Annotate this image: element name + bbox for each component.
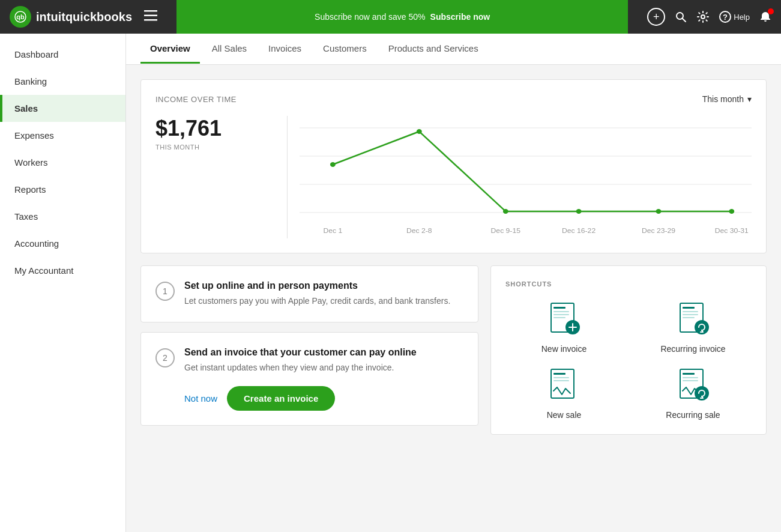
svg-rect-41 xyxy=(683,314,698,315)
hamburger-menu[interactable] xyxy=(144,10,157,24)
search-button[interactable] xyxy=(675,11,687,23)
step-1-content: Set up online and in person payments Let… xyxy=(184,280,463,307)
notifications-button[interactable] xyxy=(759,11,771,23)
svg-point-19 xyxy=(417,129,422,134)
svg-point-18 xyxy=(330,162,336,167)
svg-rect-33 xyxy=(553,314,569,315)
svg-rect-31 xyxy=(553,307,565,309)
main-content: Overview All Sales Invoices Customers Pr… xyxy=(126,34,781,532)
step-2-actions: Not now Create an invoice xyxy=(184,386,463,411)
svg-point-22 xyxy=(656,209,662,214)
income-chart-card: INCOME OVER TIME This month ▾ $1,761 THI… xyxy=(140,79,767,253)
sidebar-item-label: Taxes xyxy=(14,211,38,222)
content-area: INCOME OVER TIME This month ▾ $1,761 THI… xyxy=(126,65,781,449)
sidebar-item-sales[interactable]: Sales xyxy=(0,95,125,122)
subscribe-now-link[interactable]: Subscribe now xyxy=(430,12,490,22)
add-button[interactable]: + xyxy=(647,8,665,26)
subscribe-text: Subscribe now and save 50% xyxy=(315,12,425,22)
shortcut-new-sale[interactable]: New sale xyxy=(505,366,623,420)
notification-badge xyxy=(768,8,774,14)
step-1-number: 1 xyxy=(155,282,175,301)
svg-rect-49 xyxy=(683,373,695,375)
svg-text:Dec 30-31: Dec 30-31 xyxy=(715,227,749,234)
chart-title: INCOME OVER TIME xyxy=(155,95,237,104)
sidebar-item-label: Expenses xyxy=(14,130,54,141)
step-1-desc: Let customers pay you with Apple Pay, cr… xyxy=(184,295,463,307)
shortcut-new-invoice[interactable]: New invoice xyxy=(505,300,623,354)
svg-text:Dec 2-8: Dec 2-8 xyxy=(406,227,432,234)
chart-body: $1,761 THIS MONTH $1,200 $800 xyxy=(155,116,752,238)
shortcuts-title: SHORTCUTS xyxy=(505,280,752,288)
shortcut-recurring-invoice[interactable]: Recurring invoice xyxy=(635,300,752,354)
chart-amount: $1,761 xyxy=(155,116,275,141)
shortcut-recurring-sale[interactable]: Recurring sale xyxy=(635,366,752,420)
help-label: Help xyxy=(734,13,750,22)
chart-filter-dropdown[interactable]: This month ▾ xyxy=(702,94,752,104)
nav-icons: + ? Help xyxy=(647,8,771,26)
not-now-button[interactable]: Not now xyxy=(184,393,217,404)
logo-area: qb intuitquickbooks xyxy=(10,6,132,28)
svg-rect-39 xyxy=(683,307,695,309)
top-navigation: qb intuitquickbooks Subscribe now and sa… xyxy=(0,0,781,34)
shortcut-new-invoice-label: New invoice xyxy=(541,344,587,354)
sidebar-item-reports[interactable]: Reports xyxy=(0,176,125,203)
svg-text:Dec 9-15: Dec 9-15 xyxy=(491,227,520,234)
step-1-card: 1 Set up online and in person payments L… xyxy=(140,265,478,322)
income-line-chart: $1,200 $800 $400 $0 xyxy=(300,116,752,236)
subscribe-banner: Subscribe now and save 50% Subscribe now xyxy=(176,0,628,34)
svg-text:Dec 1: Dec 1 xyxy=(323,227,342,234)
svg-rect-34 xyxy=(553,317,565,318)
bottom-section: 1 Set up online and in person payments L… xyxy=(140,265,767,435)
svg-text:Dec 23-29: Dec 23-29 xyxy=(642,227,675,234)
shortcut-recurring-invoice-label: Recurring invoice xyxy=(660,344,725,354)
sidebar-item-my-accountant[interactable]: My Accountant xyxy=(0,257,125,284)
sidebar-item-label: Banking xyxy=(14,76,47,86)
svg-text:Dec 16-22: Dec 16-22 xyxy=(562,227,596,234)
sidebar-item-label: Workers xyxy=(14,157,48,168)
chart-header: INCOME OVER TIME This month ▾ xyxy=(155,94,752,104)
svg-point-20 xyxy=(503,209,508,214)
svg-rect-51 xyxy=(683,380,698,381)
sidebar-item-banking[interactable]: Banking xyxy=(0,68,125,95)
sidebar-item-label: Sales xyxy=(14,103,38,113)
svg-rect-32 xyxy=(553,311,569,312)
create-invoice-button[interactable]: Create an invoice xyxy=(227,386,335,411)
sidebar-item-workers[interactable]: Workers xyxy=(0,149,125,176)
sidebar-item-expenses[interactable]: Expenses xyxy=(0,122,125,149)
help-button[interactable]: ? Help xyxy=(719,11,750,23)
chart-filter-label: This month xyxy=(702,94,744,104)
sidebar-item-label: Reports xyxy=(14,184,46,195)
svg-point-23 xyxy=(729,209,734,214)
settings-button[interactable] xyxy=(696,10,710,23)
svg-rect-4 xyxy=(144,19,157,21)
svg-rect-45 xyxy=(553,373,565,375)
tab-invoices[interactable]: Invoices xyxy=(259,35,311,64)
sidebar-item-taxes[interactable]: Taxes xyxy=(0,203,125,230)
svg-rect-42 xyxy=(683,317,695,318)
chart-graph: $1,200 $800 $400 $0 xyxy=(288,116,752,238)
svg-line-6 xyxy=(683,19,686,22)
steps-column: 1 Set up online and in person payments L… xyxy=(140,265,478,426)
chart-summary: $1,761 THIS MONTH xyxy=(155,116,288,238)
new-invoice-icon xyxy=(545,300,583,338)
step-2-desc: Get instant updates when they view and p… xyxy=(184,361,463,374)
shortcut-new-sale-label: New sale xyxy=(547,410,582,420)
svg-text:qb: qb xyxy=(16,13,25,20)
tab-products-services[interactable]: Products and Services xyxy=(379,35,488,64)
step-2-card: 2 Send an invoice that your customer can… xyxy=(140,332,478,426)
svg-rect-47 xyxy=(553,380,569,381)
quickbooks-logo-icon: qb xyxy=(10,6,31,28)
sidebar-item-accounting[interactable]: Accounting xyxy=(0,230,125,257)
svg-rect-50 xyxy=(683,377,698,378)
sidebar-item-dashboard[interactable]: Dashboard xyxy=(0,41,125,68)
sidebar-item-label: My Accountant xyxy=(14,265,73,276)
shortcuts-card: SHORTCUTS xyxy=(490,265,767,435)
tab-overview[interactable]: Overview xyxy=(140,35,200,64)
sidebar: Dashboard Banking Sales Expenses Workers… xyxy=(0,34,126,532)
step-2-number: 2 xyxy=(155,348,175,367)
tab-customers[interactable]: Customers xyxy=(313,35,376,64)
sidebar-item-label: Dashboard xyxy=(14,49,58,59)
recurring-sale-icon xyxy=(674,366,713,404)
tab-all-sales[interactable]: All Sales xyxy=(202,35,256,64)
sidebar-item-label: Accounting xyxy=(14,238,59,249)
